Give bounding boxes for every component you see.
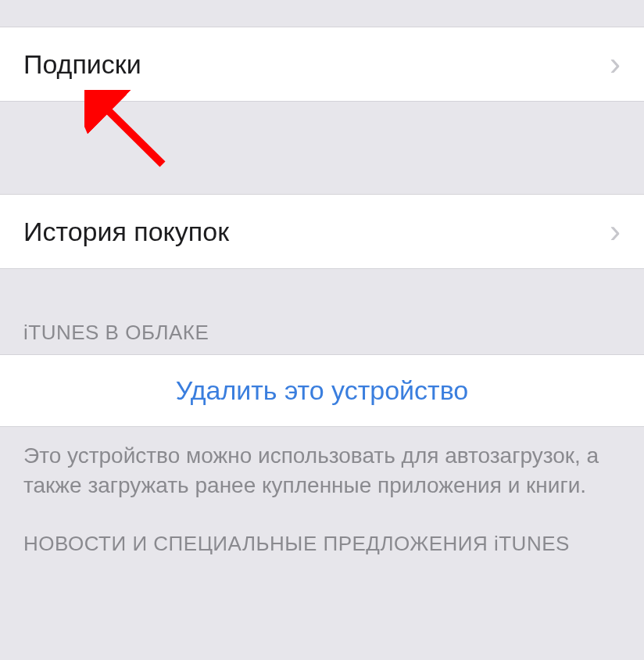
purchase-history-row[interactable]: История покупок ›: [0, 194, 644, 269]
spacer: [0, 0, 644, 27]
subscriptions-row[interactable]: Подписки ›: [0, 27, 644, 102]
device-info-footer: Это устройство можно использовать для ав…: [0, 427, 644, 508]
chevron-right-icon: ›: [610, 215, 621, 248]
remove-device-row[interactable]: Удалить это устройство: [0, 354, 644, 427]
subscriptions-label: Подписки: [23, 49, 141, 80]
settings-screen: Подписки › История покупок › iTUNES В ОБ…: [0, 0, 644, 660]
purchase-history-label: История покупок: [23, 217, 229, 247]
chevron-right-icon: ›: [610, 48, 621, 81]
news-offers-section-header: НОВОСТИ И СПЕЦИАЛЬНЫЕ ПРЕДЛОЖЕНИЯ iTUNES: [0, 508, 644, 567]
spacer: [0, 102, 644, 194]
itunes-cloud-section-header: iTUNES В ОБЛАКЕ: [0, 269, 644, 354]
remove-device-label: Удалить это устройство: [176, 375, 469, 405]
